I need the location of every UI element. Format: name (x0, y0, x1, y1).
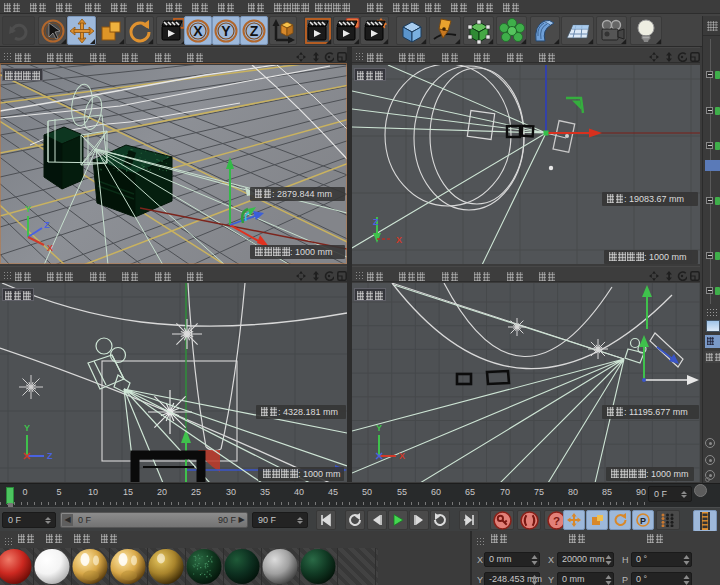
svg-text:P: P (640, 516, 646, 526)
svg-text:Y: Y (24, 423, 30, 433)
svg-text:X: X (396, 235, 402, 245)
svg-text:X: X (193, 23, 203, 39)
svg-text:X: X (47, 243, 53, 253)
svg-text:X: X (399, 451, 405, 461)
svg-text:?: ? (552, 513, 559, 526)
svg-text:Z: Z (44, 220, 50, 230)
svg-text:Z: Z (47, 451, 53, 461)
svg-text:Y: Y (25, 204, 31, 214)
svg-text:Y: Y (221, 23, 231, 39)
svg-text:Y: Y (376, 423, 382, 433)
svg-text:Z: Z (250, 23, 259, 39)
svg-text:Z: Z (373, 217, 379, 227)
